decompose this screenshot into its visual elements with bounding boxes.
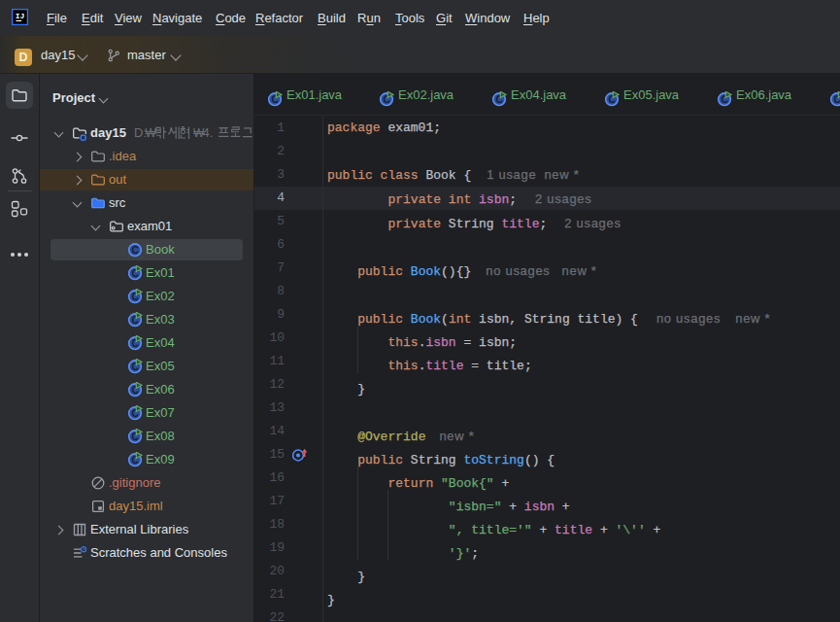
svg-text:IJ: IJ <box>16 12 25 20</box>
svg-text:4.: 4. <box>202 125 213 140</box>
svg-text:C: C <box>131 245 138 256</box>
svg-text:₩: ₩ <box>145 126 156 140</box>
